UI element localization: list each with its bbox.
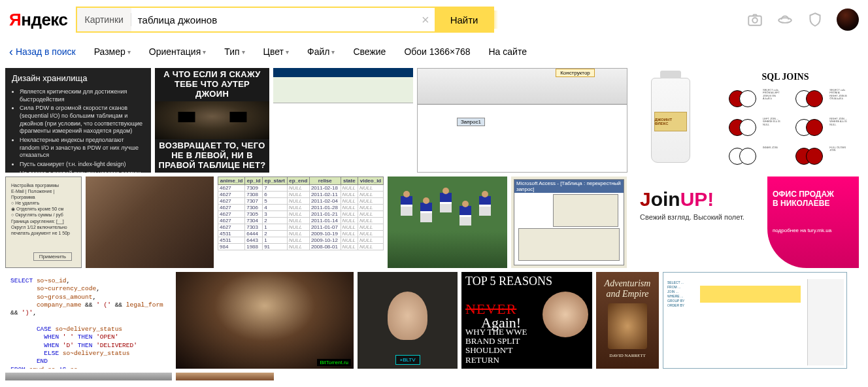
result-thumb[interactable] — [273, 68, 413, 173]
result-thumb[interactable]: SELECT SELECT so~so_id,so~so_id, so~curr… — [5, 272, 172, 369]
result-thumb[interactable] — [176, 373, 274, 380]
result-thumb[interactable]: SQL JOINS SELECT cols FROM A LEFT JOIN B… — [713, 68, 858, 173]
search-button[interactable]: Найти — [435, 7, 494, 33]
result-thumb[interactable]: SELECT ...FROM ...JOIN ...WHERE ...GROUP… — [663, 272, 847, 369]
slide-list: Является критическим для достижения быст… — [12, 88, 144, 173]
chevron-down-icon: ▾ — [242, 48, 245, 56]
search-button-label: Найти — [450, 14, 478, 25]
chevron-down-icon: ▾ — [203, 48, 206, 56]
sqljoins-title: SQL JOINS — [717, 72, 854, 82]
search-input[interactable] — [131, 7, 435, 33]
chevron-down-icon: ▾ — [127, 48, 131, 56]
joinup-logo: JoinUP! — [640, 188, 761, 210]
image-results: Дизайн хранилища Является критическим дл… — [0, 68, 868, 380]
filter-size[interactable]: Размер▾ — [94, 46, 131, 57]
result-thumb[interactable]: Настройка программыE-Mail | Положение | … — [5, 177, 82, 268]
db-table: anime_idep_idep_startep_endrelisestatevi… — [218, 177, 384, 250]
result-row — [5, 373, 863, 380]
meme-face — [155, 101, 269, 139]
result-thumb[interactable]: А ЧТО ЕСЛИ Я СКАЖУ ТЕБЕ ЧТО АУТЕР ДЖОИН … — [155, 68, 269, 173]
result-thumb[interactable] — [86, 177, 214, 268]
result-row: Дизайн хранилища Является критическим дл… — [5, 68, 863, 173]
result-thumb[interactable]: Конструктор Запрос1 — [417, 68, 627, 173]
avatar[interactable] — [837, 8, 859, 31]
back-to-search-link[interactable]: Назад в поиск — [9, 46, 76, 58]
result-thumb[interactable]: ДЖОИНТ ФЛЕКС — [631, 68, 709, 173]
shield-icon[interactable] — [807, 11, 824, 28]
result-thumb[interactable] — [388, 177, 507, 268]
result-thumb[interactable]: Adventurism and Empire DAVID NARRETT — [596, 272, 659, 369]
meme-top-text: А ЧТО ЕСЛИ Я СКАЖУ ТЕБЕ ЧТО АУТЕР ДЖОИН — [155, 68, 269, 101]
svg-point-1 — [752, 18, 758, 23]
result-thumb[interactable]: ×BLTV — [358, 272, 458, 369]
result-thumb[interactable]: JoinUP! Свежий взгляд. Высокий полет. ОФ… — [631, 177, 859, 268]
result-thumb[interactable] — [5, 373, 172, 380]
header: Яндекс Картинки × Найти — [0, 0, 868, 42]
yandex-logo[interactable]: Яндекс — [9, 10, 68, 30]
result-thumb[interactable]: anime_idep_idep_startep_endrelisestatevi… — [218, 177, 384, 268]
filter-type[interactable]: Тип▾ — [224, 46, 244, 57]
slide-title: Дизайн хранилища — [12, 73, 144, 84]
camera-icon[interactable] — [746, 11, 763, 28]
result-thumb[interactable]: Дизайн хранилища Является критическим дл… — [5, 68, 151, 173]
result-row: SELECT SELECT so~so_id,so~so_id, so~curr… — [5, 272, 863, 369]
result-thumb[interactable]: BitTorrent.ru — [176, 272, 354, 369]
clear-icon[interactable]: × — [422, 13, 429, 26]
joinup-banner-side: ОФИС ПРОДАЖ В НИКОЛАЕВЕ подробнее на tur… — [767, 177, 859, 268]
chevron-down-icon: ▾ — [331, 48, 335, 56]
meme-bottom-text: ВОЗВРАЩАЕТ ТО, ЧЕГО НЕ В ЛЕВОЙ, НИ В ПРА… — [155, 139, 269, 173]
logo-accent: Я — [9, 10, 21, 29]
logo-text: ндекс — [21, 10, 67, 29]
filter-wallpapers[interactable]: Обои 1366×768 — [404, 46, 470, 57]
ufo-icon[interactable] — [776, 11, 793, 28]
header-actions — [746, 8, 859, 31]
search-scope-tab[interactable]: Картинки — [76, 7, 131, 33]
filter-orientation[interactable]: Ориентация▾ — [149, 46, 206, 57]
filter-onsite[interactable]: На сайте — [489, 46, 527, 57]
chevron-down-icon: ▾ — [286, 48, 289, 56]
svg-point-2 — [778, 18, 792, 23]
filter-file[interactable]: Файл▾ — [307, 46, 335, 57]
search-bar: Картинки × Найти — [76, 7, 494, 33]
result-row: Настройка программыE-Mail | Положение | … — [5, 177, 863, 268]
filter-bar: Назад в поиск Размер▾ Ориентация▾ Тип▾ Ц… — [0, 42, 868, 68]
result-thumb[interactable]: Microsoft Access - [Таблица : перекрестн… — [511, 177, 627, 268]
filter-color[interactable]: Цвет▾ — [263, 46, 289, 57]
filter-fresh[interactable]: Свежие — [353, 46, 386, 57]
result-thumb[interactable]: TOP 5 REASONS NEVER Again! WHY THE WWE B… — [461, 272, 592, 369]
